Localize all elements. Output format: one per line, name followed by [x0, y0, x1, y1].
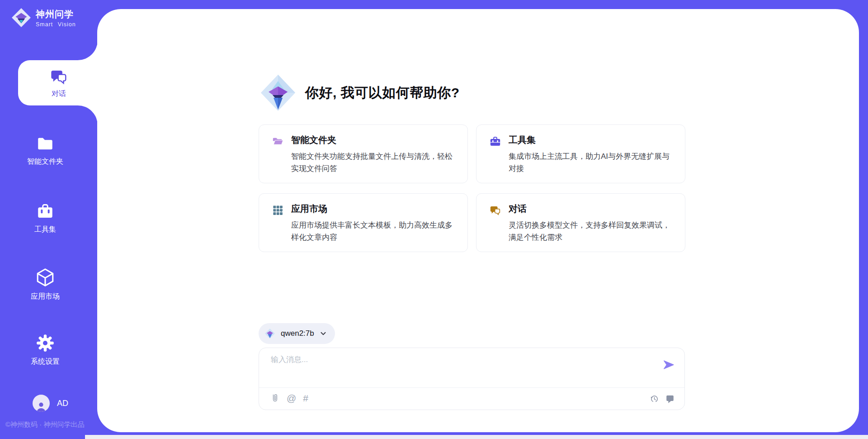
sidebar-item-label: 工具集 [34, 225, 56, 234]
send-icon[interactable] [662, 358, 675, 371]
history-icon[interactable] [650, 394, 659, 404]
avatar [33, 395, 50, 412]
folder-icon [36, 134, 55, 153]
sidebar-item-smart-folders[interactable]: 智能文件夹 [0, 134, 90, 167]
model-diamond-icon [264, 328, 275, 339]
composer-divider [259, 387, 684, 388]
open-folder-icon [272, 135, 284, 148]
card-smart-folders[interactable]: 智能文件夹 智能文件夹功能支持批量文件上传与清洗，轻松实现文件问答 [259, 124, 468, 183]
cube-icon [35, 267, 56, 288]
chat-icon [49, 67, 68, 86]
sidebar-item-app-market[interactable]: 应用市场 [0, 267, 90, 301]
app-title: 神州问学 [36, 8, 76, 20]
chevron-down-icon [320, 330, 327, 337]
conversation-icon[interactable] [665, 394, 675, 404]
greeting-section: 你好, 我可以如何帮助你? [260, 74, 460, 112]
horizontal-scrollbar[interactable] [85, 435, 868, 439]
card-app-market[interactable]: 应用市场 应用市场提供丰富长文本模板，助力高效生成多样化文章内容 [259, 193, 468, 252]
main-content: 你好, 我可以如何帮助你? 智能文件夹 智能文件夹功能支持批量文件上传与清洗，轻… [97, 9, 859, 432]
card-toolset[interactable]: 工具集 集成市场上主流工具，助力AI与外界无缝扩展与对接 [476, 124, 685, 183]
app-subtitle: Smart Vision [36, 21, 76, 28]
model-selector[interactable]: qwen2:7b [259, 323, 335, 344]
brand-diamond-logo-icon [11, 7, 32, 28]
card-description: 智能文件夹功能支持批量文件上传与清洗，轻松实现文件问答 [291, 150, 456, 175]
card-description: 集成市场上主流工具，助力AI与外界无缝扩展与对接 [509, 150, 673, 175]
briefcase-icon [36, 202, 55, 221]
message-input[interactable] [271, 354, 651, 382]
model-name: qwen2:7b [281, 329, 314, 338]
card-title: 对话 [509, 203, 673, 215]
mention-icon[interactable]: @ [287, 393, 296, 403]
user-name: AD [57, 399, 68, 408]
card-title: 应用市场 [291, 203, 456, 215]
sidebar-item-label: 系统设置 [31, 357, 60, 367]
briefcase-icon [489, 135, 501, 148]
gear-icon [35, 333, 55, 353]
user-profile[interactable]: AD [33, 395, 68, 412]
sidebar-item-label: 智能文件夹 [27, 157, 63, 167]
composer-right-toolbar [650, 394, 675, 404]
sidebar-item-chat[interactable]: 对话 [18, 60, 99, 105]
brand: 神州问学 Smart Vision [11, 7, 76, 28]
card-title: 工具集 [509, 134, 673, 146]
card-chat[interactable]: 对话 灵活切换多模型文件，支持多样回复效果调试，满足个性化需求 [476, 193, 685, 252]
composer-toolbar: @ # [270, 393, 308, 404]
sidebar-item-toolset[interactable]: 工具集 [0, 202, 90, 234]
copyright-text: ©神州数码 · 神州问学出品 [5, 420, 94, 429]
card-description: 应用市场提供丰富长文本模板，助力高效生成多样化文章内容 [291, 219, 456, 243]
message-composer: @ # [259, 348, 685, 410]
attachment-icon[interactable] [270, 393, 280, 404]
chat-icon [489, 204, 501, 216]
grid-icon [272, 204, 284, 216]
card-description: 灵活切换多模型文件，支持多样回复效果调试，满足个性化需求 [509, 219, 673, 243]
sidebar-item-settings[interactable]: 系统设置 [0, 333, 90, 367]
sidebar-item-label: 应用市场 [31, 292, 60, 301]
feature-cards: 智能文件夹 智能文件夹功能支持批量文件上传与清洗，轻松实现文件问答 工具集 集成… [259, 124, 685, 252]
sidebar-item-label: 对话 [52, 89, 66, 99]
greeting-heading: 你好, 我可以如何帮助你? [305, 84, 460, 102]
card-title: 智能文件夹 [291, 134, 456, 146]
hashtag-icon[interactable]: # [303, 393, 308, 403]
hero-diamond-logo-icon [260, 74, 296, 112]
